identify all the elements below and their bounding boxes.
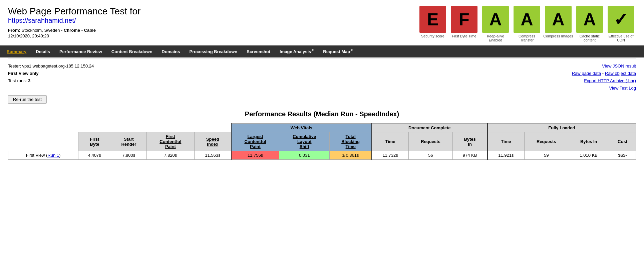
from-label: From: bbox=[8, 28, 20, 33]
th-tbt: TotalBlockingTime bbox=[330, 132, 372, 151]
perf-title: Performance Results (Median Run - SpeedI… bbox=[8, 110, 636, 118]
tester-info: Tester: vps1.webpagetest.org-185.12.150.… bbox=[8, 62, 94, 70]
rerun-button[interactable]: Re-run the test bbox=[8, 95, 47, 104]
table-cell-11: 11.921s bbox=[488, 151, 525, 160]
th-doc-complete: Document Complete bbox=[372, 124, 488, 132]
perf-results: Performance Results (Median Run - SpeedI… bbox=[0, 107, 644, 166]
view-json-link[interactable]: View JSON result bbox=[602, 63, 636, 69]
from-value: Stockholm, Sweden - bbox=[21, 28, 63, 33]
url-link[interactable]: https://sarahhamid.net/ bbox=[8, 17, 76, 24]
th-empty-3 bbox=[111, 124, 146, 132]
th-web-vitals: Web Vitals bbox=[231, 124, 372, 132]
dash-sep: - bbox=[81, 28, 84, 33]
th-empty-4 bbox=[147, 124, 195, 132]
runs-info: Test runs: 3 bbox=[8, 77, 94, 85]
grade-box-wrap-0: ESecurity score bbox=[418, 6, 448, 38]
info-right: View JSON result Raw page data - Raw obj… bbox=[572, 62, 636, 92]
grade-box-wrap-1: FFirst Byte Time bbox=[449, 6, 479, 38]
nav-item-request-map[interactable]: Request Map↗ bbox=[318, 46, 357, 57]
table-cell-2: 7.800s bbox=[111, 151, 146, 160]
grade-box-5: A bbox=[576, 6, 603, 33]
from-info: From: Stockholm, Sweden - Chrome - Cable bbox=[8, 28, 140, 33]
grade-label-0: Security score bbox=[421, 34, 444, 38]
table-cell-7: ≥ 0.361s bbox=[330, 151, 372, 160]
date-info: 12/10/2020, 20:40:20 bbox=[8, 33, 140, 38]
divider bbox=[8, 58, 636, 58]
raw-page-link[interactable]: Raw page data bbox=[572, 71, 601, 76]
nav-item-details[interactable]: Details bbox=[31, 46, 55, 57]
grade-label-4: Compress Images bbox=[543, 34, 573, 38]
th-fl-requests: Requests bbox=[525, 132, 568, 151]
grade-label-6: Effective use of CDN bbox=[606, 34, 636, 42]
th-row-label bbox=[8, 132, 78, 151]
grade-box-wrap-6: ✓Effective use of CDN bbox=[606, 6, 636, 42]
th-empty-5 bbox=[194, 124, 231, 132]
nav-item-image-analysis[interactable]: Image Analysis↗ bbox=[275, 46, 318, 57]
grade-box-wrap-4: ACompress Images bbox=[543, 6, 573, 38]
th-fl-bytes: Bytes In bbox=[568, 132, 609, 151]
raw-object-link[interactable]: Raw object data bbox=[605, 71, 636, 76]
grade-label-3: Compress Transfer bbox=[512, 34, 542, 42]
grade-box-1: F bbox=[451, 6, 477, 33]
table-cell-13: 1,010 KB bbox=[568, 151, 609, 160]
header-left: Web Page Performance Test for https://sa… bbox=[8, 6, 140, 38]
th-fcp: FirstContentfulPaint bbox=[147, 132, 195, 151]
header: Web Page Performance Test for https://sa… bbox=[0, 0, 644, 45]
th-doc-bytes: BytesIn bbox=[452, 132, 488, 151]
grade-box-4: A bbox=[545, 6, 572, 33]
table-row: First View (Run 1)4.407s7.800s7.820s11.5… bbox=[8, 151, 636, 160]
grade-box-wrap-3: ACompress Transfer bbox=[512, 6, 542, 42]
th-fl-time: Time bbox=[488, 132, 525, 151]
table-cell-6: 0.031 bbox=[279, 151, 329, 160]
th-lcp: LargestContentfulPaint bbox=[231, 132, 279, 151]
th-empty-1 bbox=[8, 124, 78, 132]
grade-box-0: E bbox=[419, 6, 446, 33]
view-test-log-link[interactable]: View Test Log bbox=[609, 86, 636, 91]
perf-table: Web Vitals Document Complete Fully Loade… bbox=[8, 123, 636, 160]
grade-label-1: First Byte Time bbox=[452, 34, 476, 38]
table-cell-12: 59 bbox=[525, 151, 568, 160]
table-cell-8: 11.732s bbox=[372, 151, 409, 160]
th-start-render: StartRender bbox=[111, 132, 146, 151]
nav-bar: SummaryDetailsPerformance ReviewContent … bbox=[0, 45, 644, 57]
table-cell-0[interactable]: First View (Run 1) bbox=[8, 151, 78, 160]
th-cls: CumulativeLayoutShift bbox=[279, 132, 329, 151]
nav-item-summary[interactable]: Summary bbox=[2, 46, 31, 57]
runs-label: Test runs: bbox=[8, 78, 27, 83]
export-har-link[interactable]: Export HTTP Archive (.har) bbox=[584, 78, 636, 83]
table-cell-5: 11.756s bbox=[231, 151, 279, 160]
grade-box-2: A bbox=[482, 6, 509, 33]
th-speed-index: SpeedIndex bbox=[194, 132, 231, 151]
grade-box-wrap-2: AKeep-alive Enabled bbox=[480, 6, 511, 42]
connection-value: Cable bbox=[84, 28, 96, 33]
grade-box-6: ✓ bbox=[608, 6, 634, 33]
browser-value: Chrome bbox=[64, 28, 80, 33]
grade-box-3: A bbox=[514, 6, 540, 33]
nav-item-performance-review[interactable]: Performance Review bbox=[55, 46, 107, 57]
th-empty-2 bbox=[78, 124, 111, 132]
grade-label-5: Cache static content bbox=[575, 34, 605, 42]
table-cell-14: $$$- bbox=[609, 151, 636, 160]
th-first-byte: FirstByte bbox=[78, 132, 111, 151]
runs-value: 3 bbox=[28, 78, 30, 83]
rerun-area: Re-run the test bbox=[0, 94, 644, 107]
nav-item-processing-breakdown[interactable]: Processing Breakdown bbox=[185, 46, 242, 57]
table-cell-4: 11.563s bbox=[194, 151, 231, 160]
nav-item-content-breakdown[interactable]: Content Breakdown bbox=[107, 46, 157, 57]
info-left: Tester: vps1.webpagetest.org-185.12.150.… bbox=[8, 62, 94, 92]
th-fully-loaded: Fully Loaded bbox=[488, 124, 636, 132]
th-doc-requests: Requests bbox=[409, 132, 452, 151]
info-bar: Tester: vps1.webpagetest.org-185.12.150.… bbox=[0, 59, 644, 94]
table-cell-1: 4.407s bbox=[78, 151, 111, 160]
th-fl-cost: Cost bbox=[609, 132, 636, 151]
run-link[interactable]: Run 1 bbox=[47, 153, 59, 158]
table-cell-9: 56 bbox=[409, 151, 452, 160]
nav-item-screenshot[interactable]: Screenshot bbox=[242, 46, 275, 57]
th-doc-time: Time bbox=[372, 132, 409, 151]
grade-boxes: ESecurity scoreFFirst Byte TimeAKeep-ali… bbox=[418, 6, 636, 42]
table-cell-10: 974 KB bbox=[452, 151, 488, 160]
grade-label-2: Keep-alive Enabled bbox=[480, 34, 511, 42]
page-title: Web Page Performance Test for bbox=[8, 6, 140, 17]
table-cell-3: 7.820s bbox=[147, 151, 195, 160]
nav-item-domains[interactable]: Domains bbox=[157, 46, 185, 57]
